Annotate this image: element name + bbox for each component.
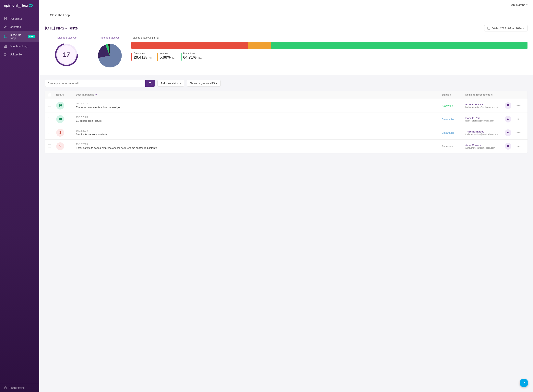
promotores-dot (181, 53, 182, 61)
row-1-content: 19/12/2023 Eu adorei essa feature (76, 116, 442, 123)
detratores-count: (5) (148, 56, 152, 59)
sidebar-item-benchmarking-label: Benchmarking (10, 45, 28, 48)
neutros-pct: 5.88% (160, 55, 171, 59)
promotores-label: Promotores (183, 52, 202, 55)
row-3-respondent: Anna Chaves anna.chaves@opinionbox.com (465, 144, 505, 149)
back-arrow-icon: ← (45, 13, 48, 17)
chart-icon (4, 44, 7, 48)
score-badge-2: 3 (56, 129, 64, 137)
detratores-label: Detratores (134, 52, 152, 55)
back-navigation[interactable]: ← Close the Loop (45, 13, 528, 17)
score-badge-0: 10 (56, 102, 64, 109)
row-1-name: Isabella Reis (465, 117, 505, 120)
row-0-more-btn[interactable]: ••• (516, 104, 521, 108)
row-3-more-btn[interactable]: ••• (516, 144, 521, 149)
chart-total: Total de tratativas 17 (45, 36, 88, 67)
calendar-icon (487, 27, 490, 30)
row-0-checkbox[interactable] (48, 104, 51, 107)
row-1-status-badge: Em análise (442, 118, 454, 121)
svg-rect-9 (4, 53, 5, 54)
svg-rect-8 (6, 45, 7, 47)
status-filter-label: Todos os status (161, 82, 178, 85)
chart-tipo: Tipo de tratativas (88, 36, 131, 69)
th-status[interactable]: Status ⇅ (442, 93, 465, 96)
reply-icon-2 (506, 131, 509, 134)
row-3-checkbox[interactable] (48, 144, 51, 147)
help-icon: ? (523, 381, 525, 385)
search-icon (148, 82, 152, 85)
row-1-status: Em análise (442, 117, 465, 121)
promotores-legend: Promotores 64.71% (11) (181, 52, 202, 61)
row-3-more: ••• (516, 144, 524, 149)
row-2-name: Thais Bernardes (465, 130, 505, 133)
row-0-status: Resolvida (442, 104, 465, 107)
th-data-tratativa[interactable]: Data da tratativa ▼ (76, 93, 442, 96)
svg-rect-11 (4, 55, 5, 56)
file-icon (4, 17, 7, 20)
row-0-status-badge: Resolvida (442, 104, 453, 107)
chat-bubble-icon-2 (506, 145, 509, 148)
nps-filter[interactable]: Todos os grupos NPS ▾ (187, 80, 221, 87)
th-nota[interactable]: Nota ⇅ (56, 93, 76, 96)
row-0-respondent: Barbara Martins barbara.martins@opinionb… (465, 103, 505, 108)
sidebar-item-close-the-loop[interactable]: Close the Loop Novo (0, 31, 39, 42)
row-3-name: Anna Chaves (465, 144, 505, 147)
sidebar-item-close-the-loop-label: Close the Loop (10, 33, 25, 40)
date-picker-chevron-icon: ▾ (523, 27, 524, 30)
sidebar-item-pesquisas-label: Pesquisas (10, 17, 23, 20)
circle-chart: 17 (54, 42, 79, 67)
table-row: 3 19/12/2023 Senti falta de exclusividad… (45, 126, 528, 140)
row-1-action-btn[interactable] (505, 116, 511, 122)
data-sort-icon: ▼ (95, 94, 97, 96)
search-button[interactable] (145, 80, 155, 87)
row-1-date: 19/12/2023 (76, 116, 439, 119)
search-input[interactable] (45, 80, 145, 87)
user-menu[interactable]: Babi Martins ▾ (510, 3, 528, 6)
svg-point-22 (149, 82, 151, 84)
status-filter[interactable]: Todos os status ▾ (157, 80, 184, 87)
chat-icon (4, 35, 7, 38)
sidebar: opinionbox CX Pesquisas Contatos Close t… (0, 0, 39, 392)
row-0-action (505, 102, 516, 109)
user-name: Babi Martins (510, 3, 525, 6)
row-1-more-btn[interactable]: ••• (516, 117, 521, 121)
survey-title: [CTL] NPS - Teste (45, 26, 78, 30)
row-2-checkbox[interactable] (48, 131, 51, 134)
sidebar-item-benchmarking[interactable]: Benchmarking (0, 42, 39, 50)
row-0-more: ••• (516, 104, 524, 108)
select-all-checkbox[interactable] (48, 93, 51, 96)
row-2-action-btn[interactable] (505, 129, 511, 136)
row-0-date: 20/12/2023 (76, 102, 439, 105)
detratores-dot (131, 53, 132, 61)
topbar: Babi Martins ▾ (39, 0, 533, 10)
search-row: Todos os status ▾ Todos os grupos NPS ▾ (45, 80, 528, 87)
row-3-text: Estou satisfeita com a empresa apesar de… (76, 146, 439, 150)
sidebar-item-pesquisas[interactable]: Pesquisas (0, 14, 39, 23)
sidebar-item-contatos[interactable]: Contatos (0, 23, 39, 31)
row-3-action-btn[interactable] (505, 143, 511, 149)
sidebar-footer-collapse[interactable]: Reduzir menu (0, 383, 39, 392)
respondente-sort-icon: ⇅ (491, 94, 493, 96)
user-menu-chevron-icon: ▾ (526, 4, 528, 6)
promotores-pct: 64.71% (183, 55, 197, 59)
collapse-icon (4, 386, 7, 389)
row-1-checkbox[interactable] (48, 117, 51, 120)
svg-point-4 (5, 26, 6, 27)
row-2-more-btn[interactable]: ••• (516, 131, 521, 135)
help-fab[interactable]: ? (520, 379, 528, 387)
th-respondente[interactable]: Nome do respondente ⇅ (465, 93, 505, 96)
nota-sort-icon: ⇅ (62, 94, 64, 96)
nps-label: Total de tratativas (NPS) (131, 36, 528, 39)
sidebar-nav: Pesquisas Contatos Close the Loop Novo B… (0, 11, 39, 383)
total-tratativas-label: Total de tratativas (57, 36, 76, 39)
chat-bubble-icon (506, 104, 509, 107)
date-range-value: 04 dez 2023 - 04 jan 2024 (492, 27, 522, 30)
search-input-wrap (45, 80, 155, 87)
sidebar-item-utilizacao[interactable]: Utilização (0, 50, 39, 59)
date-range-picker[interactable]: 04 dez 2023 - 04 jan 2024 ▾ (484, 25, 528, 32)
stats-header: [CTL] NPS - Teste 04 dez 2023 - 04 jan 2… (45, 25, 528, 32)
row-0-action-btn[interactable] (505, 102, 511, 109)
breadcrumb-label: Close the Loop (50, 13, 70, 17)
row-0-text: Empresa competente e boa de serviço (76, 106, 439, 109)
score-badge-3: 5 (56, 142, 64, 150)
